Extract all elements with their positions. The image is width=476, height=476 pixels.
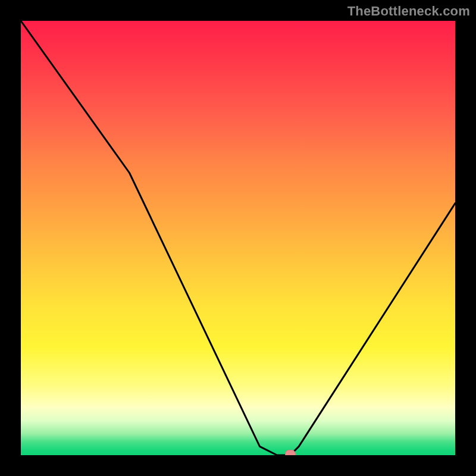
x-axis-line [21,455,455,456]
bottleneck-curve-path [21,21,455,455]
bottleneck-curve [21,21,455,455]
optimal-point-marker [285,450,296,455]
chart-frame: TheBottleneck.com [0,0,476,476]
plot-area [21,21,455,455]
watermark-text: TheBottleneck.com [347,4,470,19]
